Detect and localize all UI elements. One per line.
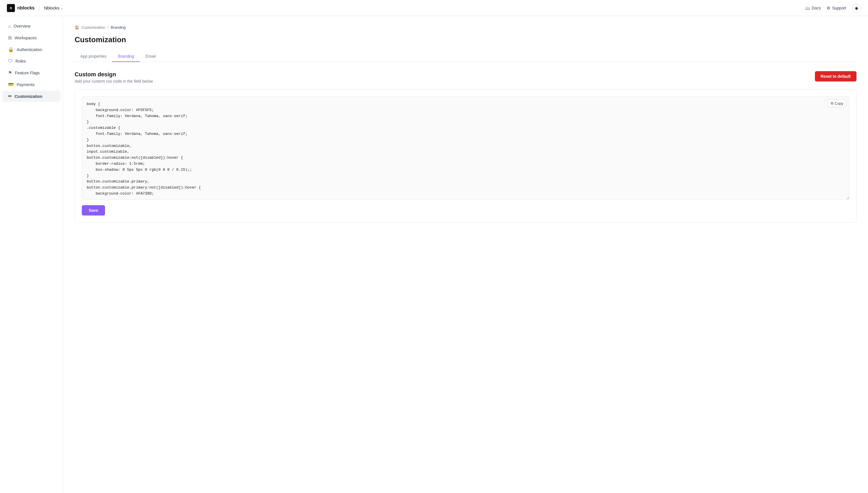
- tab-app-properties[interactable]: App properties: [75, 51, 112, 62]
- sidebar: ⌂ Overview ⊞ Workspaces 🔒 Authentication…: [0, 16, 63, 493]
- section-description: Add your custom css code in the field be…: [75, 79, 153, 84]
- support-button[interactable]: ⚙ Support: [827, 6, 846, 10]
- breadcrumb: 🏠 Customization / Branding: [75, 25, 856, 29]
- breadcrumb-parent-link[interactable]: Customization: [82, 25, 105, 29]
- app-name-label: Nblocks: [44, 5, 59, 10]
- docs-label: Docs: [812, 6, 821, 10]
- home-breadcrumb-icon: 🏠: [75, 25, 79, 29]
- code-card: ⧉ Copy Save: [75, 89, 856, 223]
- topnav: n nblocks Nblocks ⌄ 📖 Docs ⚙ Support ◉: [0, 0, 868, 16]
- flag-icon: ⚑: [8, 70, 12, 76]
- book-icon: 📖: [805, 6, 810, 10]
- logo-text: nblocks: [17, 5, 35, 10]
- sidebar-label-workspaces: Workspaces: [15, 36, 37, 40]
- sidebar-item-roles[interactable]: 🛡 Roles: [2, 56, 61, 67]
- sidebar-item-workspaces[interactable]: ⊞ Workspaces: [2, 32, 61, 43]
- reset-to-default-button[interactable]: Reset to default: [815, 71, 856, 82]
- breadcrumb-current: Branding: [111, 25, 126, 29]
- chevron-down-icon: ⌄: [61, 6, 63, 10]
- copy-label: Copy: [835, 101, 843, 106]
- sidebar-item-overview[interactable]: ⌂ Overview: [2, 21, 61, 31]
- docs-button[interactable]: 📖 Docs: [805, 6, 821, 10]
- breadcrumb-separator: /: [107, 25, 108, 29]
- grid-icon: ⊞: [8, 35, 12, 40]
- copy-icon: ⧉: [831, 101, 833, 106]
- sidebar-label-customization: Customization: [15, 94, 42, 99]
- main-content: 🏠 Customization / Branding Customization…: [63, 16, 868, 493]
- tab-branding[interactable]: Branding: [112, 51, 140, 62]
- sidebar-label-feature-flags: Feature Flags: [15, 70, 40, 75]
- app-name-selector[interactable]: Nblocks ⌄: [44, 5, 63, 10]
- sidebar-label-authentication: Authentication: [17, 47, 42, 52]
- sidebar-item-feature-flags[interactable]: ⚑ Feature Flags: [2, 67, 61, 78]
- sidebar-label-overview: Overview: [14, 24, 30, 28]
- section-header: Custom design Add your custom css code i…: [75, 71, 856, 84]
- tab-email[interactable]: Email: [140, 51, 161, 62]
- page-title: Customization: [75, 35, 856, 44]
- sidebar-item-customization[interactable]: ✏ Customization: [2, 91, 61, 102]
- globe-icon: ⚙: [827, 6, 830, 10]
- support-label: Support: [832, 6, 846, 10]
- sidebar-label-roles: Roles: [16, 59, 26, 63]
- logo-letter: n: [10, 6, 12, 10]
- brush-icon: ✏: [8, 93, 12, 99]
- save-button[interactable]: Save: [82, 205, 105, 215]
- section-title: Custom design: [75, 71, 153, 78]
- topnav-right: 📖 Docs ⚙ Support ◉: [805, 3, 861, 13]
- shield-icon: 🛡: [8, 59, 13, 64]
- logo: n nblocks: [7, 4, 35, 12]
- copy-button[interactable]: ⧉ Copy: [827, 99, 846, 107]
- tabs-bar: App properties Branding Email: [75, 51, 856, 62]
- user-avatar[interactable]: ◉: [852, 3, 861, 13]
- sidebar-label-payments: Payments: [17, 82, 35, 87]
- user-icon: ◉: [855, 6, 858, 10]
- sidebar-item-authentication[interactable]: 🔒 Authentication: [2, 44, 61, 55]
- logo-icon: n: [7, 4, 15, 12]
- css-code-input[interactable]: [82, 97, 849, 200]
- topnav-left: n nblocks Nblocks ⌄: [7, 4, 63, 12]
- section-text: Custom design Add your custom css code i…: [75, 71, 153, 84]
- card-icon: 💳: [8, 82, 14, 87]
- layout: ⌂ Overview ⊞ Workspaces 🔒 Authentication…: [0, 16, 868, 493]
- sidebar-item-payments[interactable]: 💳 Payments: [2, 79, 61, 90]
- home-icon: ⌂: [8, 23, 11, 29]
- code-area-wrapper: ⧉ Copy: [82, 97, 849, 200]
- nav-divider: [39, 5, 39, 11]
- lock-icon: 🔒: [8, 47, 14, 52]
